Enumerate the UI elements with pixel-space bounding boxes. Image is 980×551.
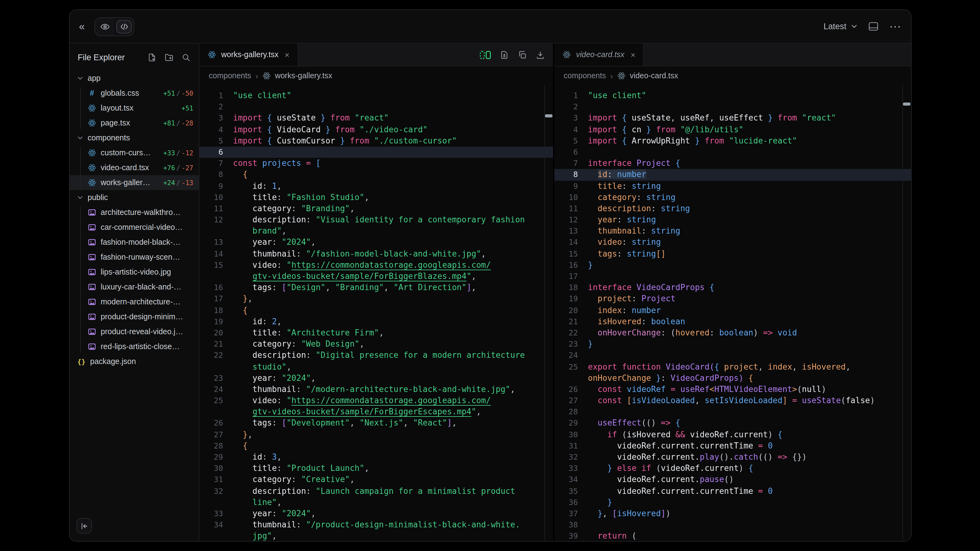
code-line[interactable]: 37 }, [isHovered]) (554, 508, 911, 519)
collapse-sidebar-button[interactable] (76, 518, 92, 534)
code-line[interactable]: 22 description: "Digital presence for a … (199, 350, 553, 361)
tree-item-globals.css[interactable]: #globals.css+51/-50 (70, 86, 199, 101)
code-line[interactable]: 15 video: "https://commondatastorage.goo… (199, 260, 553, 271)
code-line[interactable]: 12 year: string (554, 214, 911, 225)
code-line[interactable]: 3import { useState, useRef, useEffect } … (554, 113, 911, 124)
code-line[interactable]: 26 tags: ["Development", "Next.js", "Rea… (199, 418, 553, 429)
code-line[interactable]: 34 videoRef.current.pause() (554, 474, 911, 486)
tree-item-video-card.tsx[interactable]: video-card.tsx+76/-27 (70, 160, 199, 175)
scrollbar-thumb[interactable] (903, 103, 910, 106)
code-line[interactable]: 33 } else if (videoRef.current) { (554, 463, 911, 474)
breadcrumb-folder[interactable]: components (209, 71, 251, 80)
code-line[interactable]: studio", (199, 361, 553, 372)
code-line[interactable]: 36 } (554, 497, 911, 508)
code-line[interactable]: 10 title: "Fashion Studio", (199, 192, 553, 203)
code-line[interactable]: 22 onHoverChange: (hovered: boolean) => … (554, 327, 911, 338)
code-line[interactable]: 23} (554, 338, 911, 350)
code-line[interactable]: 18 { (199, 305, 553, 316)
code-line[interactable]: 28 { (199, 440, 553, 452)
code-line[interactable]: 1"use client" (554, 90, 911, 101)
code-line[interactable]: line", (199, 497, 553, 508)
tree-item-product-reveal-video.j…[interactable]: product-reveal-video.j… (70, 324, 199, 339)
breadcrumb-folder[interactable]: components (564, 71, 606, 80)
code-line[interactable]: 6 (199, 147, 553, 158)
tree-item-lips-artistic-video.jpg[interactable]: lips-artistic-video.jpg (70, 265, 199, 279)
code-line[interactable]: 27 const [isVideoLoaded, setIsVideoLoade… (554, 395, 911, 406)
new-folder-button[interactable] (164, 52, 174, 62)
code-line[interactable]: 10 category: string (554, 192, 911, 203)
code-line[interactable]: 38 (554, 519, 911, 530)
code-line[interactable]: 14 thumbnail: "/fashion-model-black-and-… (199, 248, 553, 259)
tree-folder-components[interactable]: components (70, 130, 199, 145)
scrollbar[interactable] (902, 85, 911, 541)
code-line[interactable]: 21 isHovered: boolean (554, 316, 911, 327)
code-area[interactable]: 1"use client"23import { useState, useRef… (554, 85, 911, 541)
breadcrumb-file[interactable]: video-card.tsx (617, 71, 678, 80)
code-line[interactable]: 16} (554, 260, 911, 271)
code-line[interactable]: 20 title: "Architecture Firm", (199, 327, 553, 338)
code-line[interactable]: 31 category: "Creative", (199, 474, 553, 486)
tree-item-page.tsx[interactable]: page.tsx+81/-28 (70, 116, 199, 130)
code-line[interactable]: 12 description: "Visual identity for a c… (199, 214, 553, 225)
code-area[interactable]: 1"use client"23import { useState } from … (199, 85, 553, 541)
version-dropdown[interactable]: Latest (823, 22, 858, 31)
code-line[interactable]: 9 id: 1, (199, 181, 553, 192)
scrollbar[interactable] (544, 85, 553, 541)
code-line[interactable]: 34 thumbnail: "/product-design-minimalis… (199, 519, 553, 530)
scrollbar-thumb[interactable] (545, 114, 552, 118)
code-line[interactable]: 25 video: "https://commondatastorage.goo… (199, 395, 553, 406)
tab-works-gallery.tsx[interactable]: works-gallery.tsx × (199, 43, 298, 66)
code-line[interactable]: brand", (199, 226, 553, 237)
tree-folder-public[interactable]: public (70, 190, 199, 205)
code-line[interactable]: 8 id: number (554, 169, 911, 181)
code-line[interactable]: 9 title: string (554, 181, 911, 192)
tree-item-architecture-walkthro…[interactable]: architecture-walkthro… (70, 205, 199, 220)
code-line[interactable]: 19 id: 2, (199, 316, 553, 327)
tree-item-red-lips-artistic-close…[interactable]: red-lips-artistic-close… (70, 339, 199, 354)
tree-item-car-commercial-video…[interactable]: car-commercial-video… (70, 220, 199, 235)
code-line[interactable]: 11 description: string (554, 203, 911, 214)
code-line[interactable]: 11 category: "Branding", (199, 203, 553, 214)
close-icon[interactable]: × (631, 50, 635, 59)
split-diff-icon-button[interactable] (480, 50, 491, 59)
code-line[interactable]: 30 if (isHovered && videoRef.current) { (554, 429, 911, 440)
code-line[interactable]: 5import { CustomCursor } from "./custom-… (199, 135, 553, 147)
code-line[interactable]: 28 (554, 407, 911, 418)
code-line[interactable]: 2 (199, 101, 553, 113)
code-line[interactable]: 14 video: string (554, 237, 911, 248)
file-diff-icon-button[interactable] (500, 50, 509, 59)
code-line[interactable]: 31 videoRef.current.currentTime = 0 (554, 440, 911, 452)
code-line[interactable]: 26 const videoRef = useRef<HTMLVideoElem… (554, 384, 911, 395)
code-line[interactable]: 35 videoRef.current.currentTime = 0 (554, 486, 911, 497)
code-line[interactable]: 18interface VideoCardProps { (554, 282, 911, 293)
tree-item-package.json[interactable]: {}package.json (70, 354, 199, 369)
code-line[interactable]: 4import { VideoCard } from "./video-card… (199, 124, 553, 135)
code-line[interactable]: 2 (554, 101, 911, 113)
code-line[interactable]: 16 tags: ["Design", "Branding", "Art Dir… (199, 282, 553, 293)
code-line[interactable]: 19 project: Project (554, 294, 911, 305)
preview-toggle-button[interactable] (95, 18, 115, 35)
tree-item-works-galler…[interactable]: works-galler…+24/-13 (70, 175, 199, 190)
code-line[interactable]: 33 year: "2024", (199, 508, 553, 519)
close-icon[interactable]: × (285, 50, 289, 59)
code-line[interactable]: 32 videoRef.current.play().catch(() => {… (554, 452, 911, 463)
tree-item-fashion-model-black-…[interactable]: fashion-model-black-… (70, 235, 199, 250)
tab-video-card.tsx[interactable]: video-card.tsx × (554, 43, 644, 66)
new-file-button[interactable] (147, 52, 157, 62)
code-line[interactable]: 7const projects = [ (199, 158, 553, 169)
tree-folder-app[interactable]: app (70, 71, 199, 86)
code-line[interactable]: jpg", (199, 531, 553, 541)
tree-item-luxury-car-black-and-…[interactable]: luxury-car-black-and-… (70, 279, 199, 294)
code-line[interactable]: 24 (554, 350, 911, 361)
code-line[interactable]: 29 useEffect(() => { (554, 418, 911, 429)
code-line[interactable]: 30 title: "Product Launch", (199, 463, 553, 474)
search-button[interactable] (181, 52, 191, 62)
code-line[interactable]: gtv-videos-bucket/sample/ForBiggerBlazes… (199, 271, 553, 282)
code-line[interactable]: 32 description: "Launch campaign for a m… (199, 486, 553, 497)
code-line[interactable]: 23 year: "2024", (199, 372, 553, 384)
code-line[interactable]: 7interface Project { (554, 158, 911, 169)
code-line[interactable]: 13 thumbnail: string (554, 226, 911, 237)
download-icon-button[interactable] (536, 50, 545, 59)
code-line[interactable]: 21 category: "Web Design", (199, 338, 553, 350)
code-line[interactable]: 13 year: "2024", (199, 237, 553, 248)
